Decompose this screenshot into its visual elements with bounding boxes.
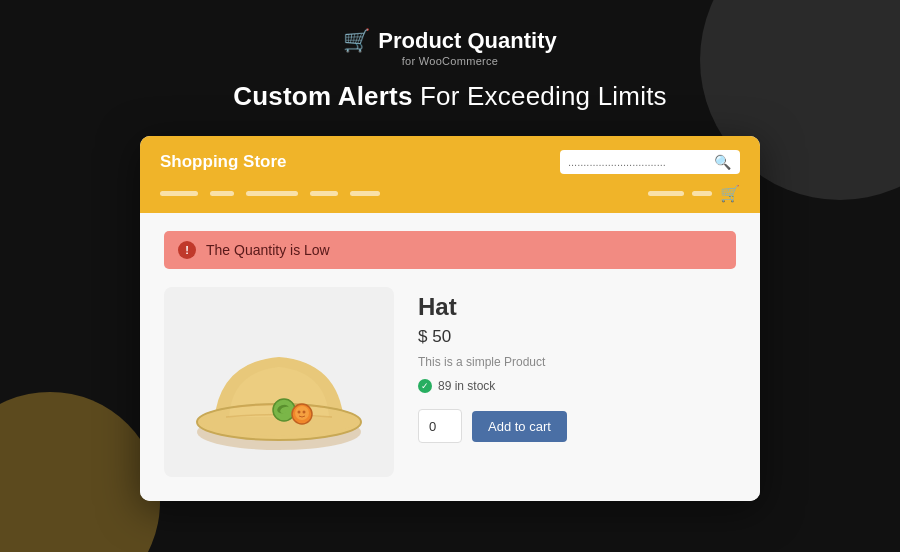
store-navbar-top: Shopping Store 🔍 [160,150,740,174]
cart-nav-icon[interactable]: 🛒 [720,184,740,203]
stock-icon: ✓ [418,379,432,393]
product-image-container [164,287,394,477]
alert-banner: ! The Quantity is Low [164,231,736,269]
svg-point-10 [303,411,306,414]
svg-point-8 [295,406,309,420]
product-area: Hat $ 50 This is a simple Product ✓ 89 i… [164,287,736,477]
nav-right-bar-1 [648,191,684,196]
nav-right-bar-2 [692,191,712,196]
search-input[interactable] [568,156,708,168]
add-to-cart-button[interactable]: Add to cart [472,411,567,442]
store-card: Shopping Store 🔍 🛒 [140,136,760,501]
product-info: Hat $ 50 This is a simple Product ✓ 89 i… [418,287,736,477]
store-name: Shopping Store [160,152,287,172]
nav-link-5[interactable] [350,191,380,196]
nav-right: 🛒 [648,184,740,203]
nav-link-2[interactable] [210,191,234,196]
alert-text: The Quantity is Low [206,242,330,258]
hat-image [184,302,374,462]
quantity-input[interactable] [418,409,462,443]
brand-title: Product Quantity [378,28,556,54]
nav-link-1[interactable] [160,191,198,196]
store-navbar: Shopping Store 🔍 🛒 [140,136,760,213]
store-content: ! The Quantity is Low [140,213,760,501]
search-icon: 🔍 [714,154,731,170]
brand-logo-row: 🛒 Product Quantity [343,28,556,54]
stock-text: 89 in stock [438,379,495,393]
product-price: $ 50 [418,327,736,347]
store-navbar-nav: 🛒 [160,184,740,203]
svg-point-9 [298,411,301,414]
main-headline: Custom Alerts For Exceeding Limits [233,81,667,112]
add-to-cart-row: Add to cart [418,409,736,443]
headline-bold: Custom Alerts [233,81,412,111]
nav-links [160,191,380,196]
alert-icon-label: ! [185,244,189,256]
alert-icon: ! [178,241,196,259]
brand-header: 🛒 Product Quantity for WooCommerce [343,28,556,67]
nav-link-4[interactable] [310,191,338,196]
stock-checkmark: ✓ [421,381,429,391]
brand-subtitle: for WooCommerce [402,55,499,67]
page-wrapper: 🛒 Product Quantity for WooCommerce Custo… [0,0,900,501]
product-name: Hat [418,293,736,321]
cart-icon: 🛒 [343,28,370,54]
product-description: This is a simple Product [418,355,736,369]
nav-link-3[interactable] [246,191,298,196]
search-bar[interactable]: 🔍 [560,150,740,174]
stock-info: ✓ 89 in stock [418,379,736,393]
headline-regular: For Exceeding Limits [413,81,667,111]
